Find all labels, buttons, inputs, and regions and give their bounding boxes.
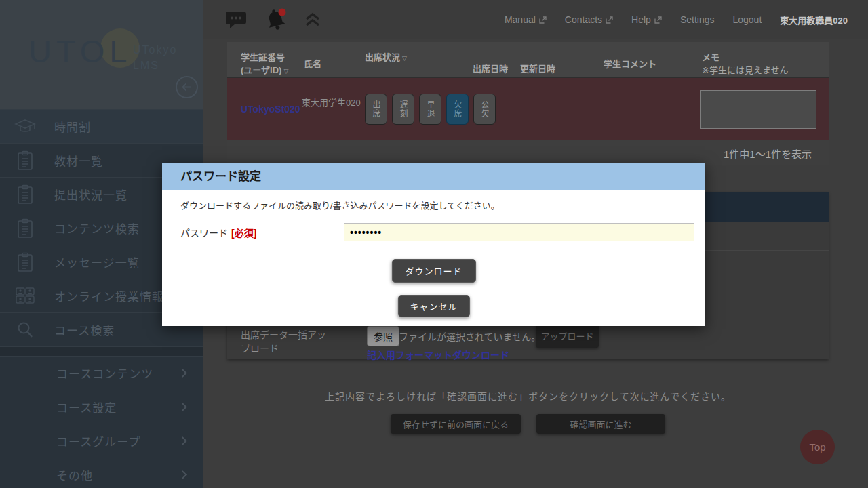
table-footer: 1件中1〜1件を表示	[227, 140, 829, 165]
clipboard-icon	[14, 218, 37, 239]
sidebar-divider	[0, 346, 203, 356]
graduation-cap-icon	[14, 117, 37, 136]
student-name: 東大用学生020	[302, 97, 367, 109]
manual-link[interactable]: Manual	[505, 14, 547, 25]
screen: Manual Contacts Help Settings Logout 東大用…	[0, 0, 868, 488]
password-settings-modal: パスワード設定 ダウンロードするファイルの読み取り/書き込みパスワードを設定して…	[162, 163, 705, 326]
attendance-status-buttons: 出席 遅刻 早退 欠席 公欠	[365, 94, 496, 125]
sidebar-item-label: オンライン授業情報	[54, 287, 164, 304]
external-link-icon	[654, 16, 662, 24]
sidebar-item-course-contents[interactable]: コースコンテンツ	[0, 356, 203, 390]
notification-badge	[279, 9, 286, 16]
sidebar-submenu: コースコンテンツ コース設定 コースグループ その他	[0, 356, 203, 488]
password-input[interactable]	[344, 223, 694, 241]
format-download-link[interactable]: 記入用フォーマットダウンロード	[367, 348, 509, 361]
clipboard-icon	[14, 184, 37, 205]
notification-bell-icon[interactable]	[263, 6, 289, 33]
sidebar-item-label: コンテンツ検索	[54, 220, 140, 237]
col-status: 出席状況▽	[365, 50, 407, 63]
upload-button[interactable]: アップロード	[536, 323, 599, 348]
sort-icon[interactable]: ▽	[283, 68, 288, 75]
col-name: 氏名	[304, 57, 321, 70]
topbar-icons	[225, 0, 321, 39]
password-label: パスワード[必須]	[180, 226, 256, 239]
help-link-label: Help	[631, 14, 651, 25]
modal-footer: ダウンロード キャンセル	[162, 247, 705, 325]
col-update-time: 更新日時	[520, 62, 555, 75]
footer-buttons: 保存せずに前の画面に戻る 確認画面に進む	[227, 414, 829, 434]
sidebar-item-label: コース検索	[54, 321, 115, 338]
password-form-row: パスワード[必須]	[162, 216, 705, 247]
help-link[interactable]: Help	[631, 14, 662, 25]
online-class-icon	[14, 287, 37, 305]
sidebar-logo-area: UTOL UTokyo LMS	[0, 0, 203, 109]
modal-description: ダウンロードするファイルの読み取り/書き込みパスワードを設定してください。	[162, 190, 705, 216]
settings-link[interactable]: Settings	[680, 14, 715, 25]
contacts-link[interactable]: Contacts	[565, 14, 613, 25]
sidebar-item-course-group[interactable]: コースグループ	[0, 424, 203, 458]
modal-header: パスワード設定	[162, 163, 705, 190]
chevron-right-icon	[178, 470, 187, 479]
status-late-button[interactable]: 遅刻	[392, 94, 414, 125]
topbar-links: Manual Contacts Help Settings Logout 東大用…	[505, 0, 848, 39]
no-file-selected-text: ファイルが選択されていません。	[399, 329, 540, 343]
chevron-right-icon	[178, 436, 187, 445]
sidebar-item-label: メッセージ一覧	[54, 253, 140, 270]
sidebar-item-timetable[interactable]: 時間割	[0, 109, 203, 143]
search-icon	[14, 321, 37, 340]
result-count: 1件中1〜1件を表示	[724, 146, 812, 161]
collapse-header-icon[interactable]	[304, 12, 321, 28]
external-link-icon	[539, 16, 547, 24]
required-badge: [必須]	[231, 228, 256, 239]
contacts-link-label: Contacts	[565, 14, 602, 25]
sidebar-item-label: コースグループ	[56, 432, 140, 449]
manual-link-label: Manual	[505, 14, 536, 25]
sidebar-item-label: コース設定	[56, 399, 117, 415]
utol-logo: UTOL	[28, 33, 132, 70]
sidebar-collapse-button[interactable]	[175, 75, 199, 99]
chevron-right-icon	[178, 403, 187, 411]
sidebar-item-label: 教材一覧	[54, 152, 103, 169]
attendance-table: 学生証番号 (ユーザID)▽ 氏名 出席状況▽ 出席日時 更新日時 学生コメント…	[227, 42, 829, 165]
scroll-to-top-button[interactable]: Top	[800, 430, 835, 464]
sidebar-item-label: 時間割	[54, 118, 91, 135]
username-label: 東大用教職員020	[780, 14, 848, 26]
sort-icon[interactable]: ▽	[402, 55, 407, 62]
status-present-button[interactable]: 出席	[365, 94, 387, 125]
sidebar-item-label: その他	[56, 466, 93, 483]
external-link-icon	[606, 16, 613, 24]
chat-icon[interactable]	[225, 9, 248, 30]
topbar: Manual Contacts Help Settings Logout 東大用…	[203, 0, 868, 39]
download-button[interactable]: ダウンロード	[391, 259, 475, 283]
go-to-confirm-button[interactable]: 確認画面に進む	[536, 414, 665, 434]
memo-textarea[interactable]	[700, 90, 816, 129]
bulk-upload-label: 出席データ一括アップロード	[241, 329, 332, 355]
clipboard-icon	[14, 150, 37, 171]
utol-logo-subtitle: UTokyo LMS	[133, 42, 177, 73]
status-early-leave-button[interactable]: 早退	[419, 94, 441, 125]
logout-link[interactable]: Logout	[732, 14, 762, 25]
attendance-table-header: 学生証番号 (ユーザID)▽ 氏名 出席状況▽ 出席日時 更新日時 学生コメント…	[227, 42, 829, 78]
sidebar-item-label: コースコンテンツ	[56, 365, 153, 382]
table-row: UTokyoSt020 東大用学生020 出席 遅刻 早退 欠席 公欠	[227, 78, 829, 140]
col-student-comment: 学生コメント	[604, 57, 656, 70]
col-attend-time: 出席日時	[473, 62, 508, 75]
col-student-id: 学生証番号 (ユーザID)▽	[241, 50, 288, 76]
sidebar-item-others[interactable]: その他	[0, 458, 203, 488]
browse-file-button[interactable]: 参照	[367, 326, 399, 346]
logo-sub-line1: UTokyo	[133, 42, 177, 58]
logo-sub-line2: LMS	[133, 58, 177, 73]
clipboard-icon	[14, 252, 37, 272]
status-excused-button[interactable]: 公欠	[473, 94, 496, 125]
sidebar-item-course-settings[interactable]: コース設定	[0, 390, 203, 424]
cancel-button[interactable]: キャンセル	[397, 295, 469, 317]
status-absent-button[interactable]: 欠席	[446, 94, 469, 125]
student-id-link[interactable]: UTokyoSt020	[241, 104, 300, 115]
col-memo: メモ ※学生には見えません	[702, 50, 789, 76]
back-without-save-button[interactable]: 保存せずに前の画面に戻る	[391, 414, 521, 434]
instruction-text: 上記内容でよろしければ「確認画面に進む」ボタンをクリックして次に進んでください。	[227, 389, 829, 403]
sidebar-item-label: 提出状況一覧	[54, 186, 127, 203]
chevron-right-icon	[178, 369, 187, 378]
modal-title: パスワード設定	[162, 163, 705, 190]
